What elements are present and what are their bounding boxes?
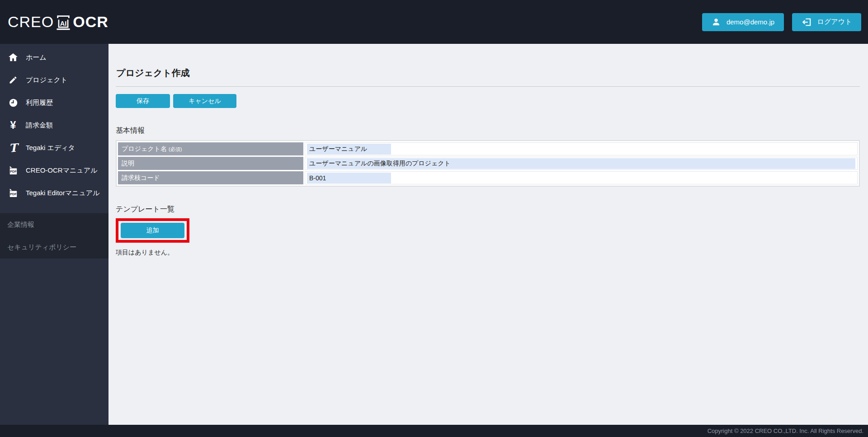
pencil-icon xyxy=(7,75,19,85)
title-divider xyxy=(116,86,860,87)
sidebar-item-label: ホーム xyxy=(26,53,47,62)
clock-icon xyxy=(7,98,19,108)
project-name-input[interactable] xyxy=(307,144,391,155)
app-logo: CREO AI OCR xyxy=(8,13,108,31)
description-cell xyxy=(305,157,858,170)
sidebar-item-label: Tegaki エディタ xyxy=(26,144,75,152)
cancel-button[interactable]: キャンセル xyxy=(173,94,236,108)
copyright-text: Copyright © 2022 CREO CO.,LTD. Inc. All … xyxy=(708,428,863,434)
sidebar-item-home[interactable]: ホーム xyxy=(0,46,108,69)
red-highlight-box: 追加 xyxy=(116,218,189,243)
form-action-row: 保存 キャンセル xyxy=(116,94,860,108)
project-name-cell xyxy=(305,142,858,155)
sidebar-item-tegaki-editor-manual[interactable]: PDF Tegaki Editorマニュアル xyxy=(0,182,108,204)
billing-code-cell xyxy=(305,171,858,184)
user-email-label: demo@demo.jp xyxy=(726,18,774,26)
svg-text:PDF: PDF xyxy=(10,192,17,196)
sidebar-item-label: プロジェクト xyxy=(26,76,67,85)
sidebar-navigation: ホーム プロジェクト 利用履歴 xyxy=(0,44,108,425)
sidebar-secondary-section: 企業情報 セキュリティポリシー xyxy=(0,213,108,258)
main-layout: ホーム プロジェクト 利用履歴 xyxy=(0,44,868,425)
sidebar-item-label: 利用履歴 xyxy=(26,99,53,107)
logout-button[interactable]: ログアウト xyxy=(792,13,861,31)
billing-code-label: 請求枝コード xyxy=(118,171,303,184)
logo-text-ocr: OCR xyxy=(73,13,108,31)
yen-icon: ¥ xyxy=(7,120,19,131)
svg-text:PDF: PDF xyxy=(10,169,17,174)
user-account-button[interactable]: demo@demo.jp xyxy=(702,13,784,31)
sidebar-item-label: セキュリティポリシー xyxy=(7,243,76,252)
tegaki-t-icon: T xyxy=(7,142,19,154)
sidebar-item-label: 企業情報 xyxy=(7,221,34,229)
main-content: プロジェクト作成 保存 キャンセル 基本情報 プロジェクト名(必須) xyxy=(108,44,868,425)
table-row-project-name: プロジェクト名(必須) xyxy=(118,142,858,155)
sidebar-item-projects[interactable]: プロジェクト xyxy=(0,69,108,91)
logout-label: ログアウト xyxy=(817,18,852,26)
logo-ai-box-icon: AI xyxy=(55,14,71,31)
pdf-file-icon: PDF xyxy=(7,188,19,198)
sidebar-item-label: 請求金額 xyxy=(26,121,53,130)
template-list-heading: テンプレート一覧 xyxy=(116,205,860,214)
billing-code-input[interactable] xyxy=(307,173,391,183)
sidebar-item-security-policy[interactable]: セキュリティポリシー xyxy=(0,236,108,258)
sidebar-item-label: CREO-OCRマニュアル xyxy=(26,166,97,175)
save-button[interactable]: 保存 xyxy=(116,94,170,108)
sidebar-item-label: Tegaki Editorマニュアル xyxy=(26,189,99,197)
home-icon xyxy=(7,53,19,62)
project-name-label: プロジェクト名(必須) xyxy=(118,142,303,155)
svg-text:AI: AI xyxy=(60,19,67,27)
pdf-file-icon: PDF xyxy=(7,165,19,175)
table-row-billing-code: 請求枝コード xyxy=(118,171,858,184)
top-header-bar: CREO AI OCR demo@demo.jp xyxy=(0,0,868,44)
sidebar-item-company-info[interactable]: 企業情報 xyxy=(0,213,108,236)
sidebar-item-billing-amount[interactable]: ¥ 請求金額 xyxy=(0,114,108,136)
basic-info-heading: 基本情報 xyxy=(116,126,860,136)
footer-bar: Copyright © 2022 CREO CO.,LTD. Inc. All … xyxy=(0,425,868,437)
description-input[interactable] xyxy=(307,158,855,169)
sidebar-item-creo-ocr-manual[interactable]: PDF CREO-OCRマニュアル xyxy=(0,159,108,182)
required-note: (必須) xyxy=(169,146,182,152)
logo-text-creo: CREO xyxy=(8,13,54,31)
sidebar-item-usage-history[interactable]: 利用履歴 xyxy=(0,91,108,114)
app-window: CREO AI OCR demo@demo.jp xyxy=(0,0,868,437)
add-template-button[interactable]: 追加 xyxy=(121,223,184,238)
page-title: プロジェクト作成 xyxy=(116,67,860,79)
sidebar-item-tegaki-editor[interactable]: T Tegaki エディタ xyxy=(0,136,108,159)
basic-info-table: プロジェクト名(必須) 説明 請求枝コード xyxy=(116,140,860,187)
table-row-description: 説明 xyxy=(118,157,858,170)
empty-list-message: 項目はありません。 xyxy=(116,249,860,257)
user-person-icon xyxy=(712,18,721,27)
description-label: 説明 xyxy=(118,157,303,170)
logout-icon xyxy=(802,18,811,27)
